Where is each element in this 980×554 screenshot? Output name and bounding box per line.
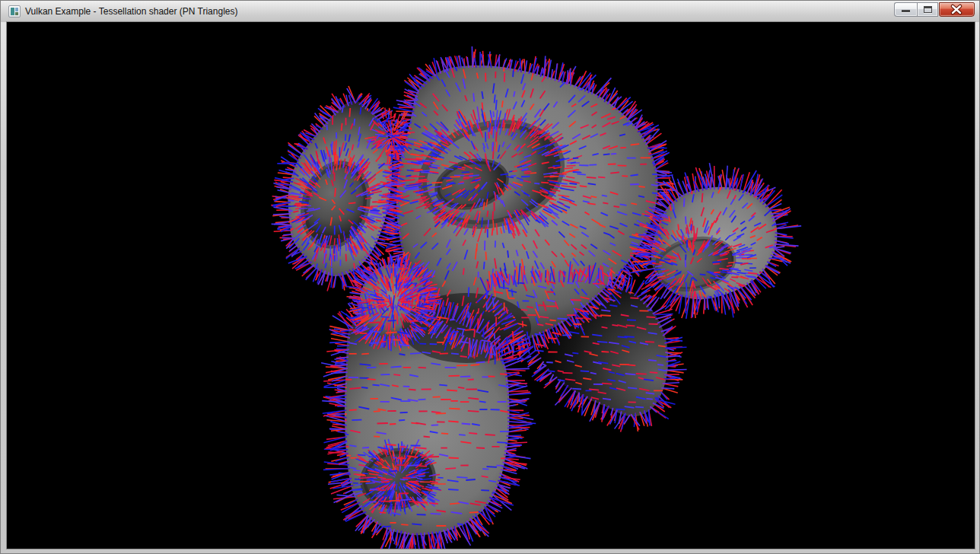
app-icon-block	[15, 8, 18, 11]
maximize-button[interactable]	[917, 2, 938, 17]
minimize-icon	[902, 10, 910, 12]
minimize-button[interactable]	[894, 2, 917, 17]
caption-buttons	[894, 2, 975, 17]
maximize-icon	[924, 6, 932, 13]
app-window: Vulkan Example - Tessellation shader (PN…	[0, 0, 980, 554]
vulkan-3d-viewport[interactable]	[7, 22, 975, 549]
titlebar[interactable]: Vulkan Example - Tessellation shader (PN…	[1, 1, 979, 22]
close-button[interactable]	[939, 2, 975, 17]
render-client-area	[7, 22, 975, 549]
app-icon-block	[11, 8, 14, 15]
window-title: Vulkan Example - Tessellation shader (PN…	[25, 6, 237, 17]
app-icon-block	[15, 12, 18, 15]
app-icon[interactable]	[8, 5, 21, 18]
close-icon	[940, 3, 974, 16]
